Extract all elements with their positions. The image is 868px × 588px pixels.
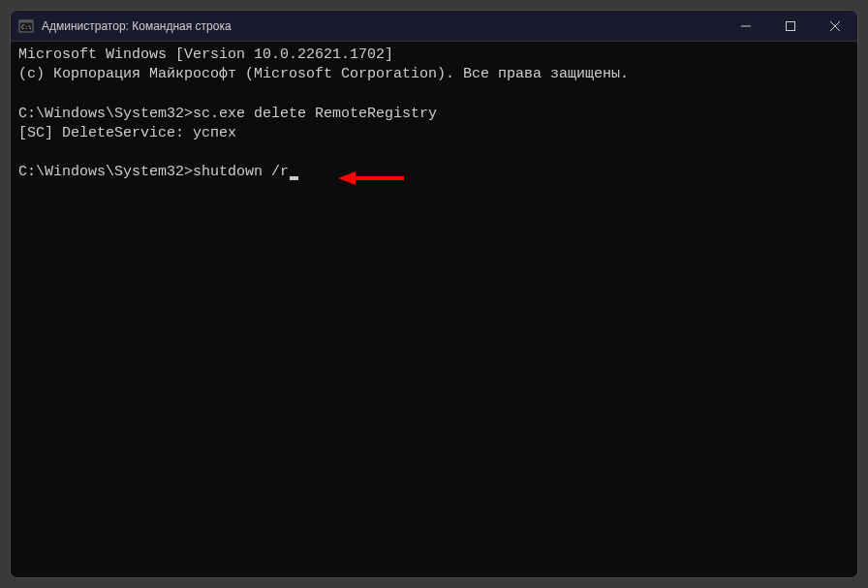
minimize-button[interactable] [724, 11, 768, 42]
prompt: C:\Windows\System32> [18, 106, 193, 122]
titlebar[interactable]: C:\ Администратор: Командная строка [11, 11, 857, 42]
svg-rect-4 [787, 22, 795, 31]
version-line: Microsoft Windows [Version 10.0.22621.17… [18, 46, 850, 65]
command-text: sc.exe delete RemoteRegistry [193, 106, 437, 122]
window-title: Администратор: Командная строка [42, 19, 232, 33]
command-line-2: C:\Windows\System32>shutdown /r [18, 163, 850, 182]
titlebar-left: C:\ Администратор: Командная строка [18, 18, 232, 34]
copyright-line: (c) Корпорация Майкрософт (Microsoft Cor… [18, 65, 850, 84]
window-controls [724, 11, 857, 41]
cursor [290, 176, 298, 180]
output-line-1: [SC] DeleteService: успех [18, 124, 850, 143]
prompt: C:\Windows\System32> [18, 164, 193, 180]
command-text: shutdown /r [193, 164, 289, 180]
maximize-button[interactable] [768, 11, 813, 42]
cmd-icon: C:\ [18, 18, 34, 34]
cmd-window: C:\ Администратор: Командная строка Micr… [10, 10, 858, 578]
close-button[interactable] [813, 11, 857, 42]
command-line-1: C:\Windows\System32>sc.exe delete Remote… [18, 105, 850, 124]
terminal-output[interactable]: Microsoft Windows [Version 10.0.22621.17… [11, 42, 857, 577]
svg-text:C:\: C:\ [21, 23, 32, 30]
